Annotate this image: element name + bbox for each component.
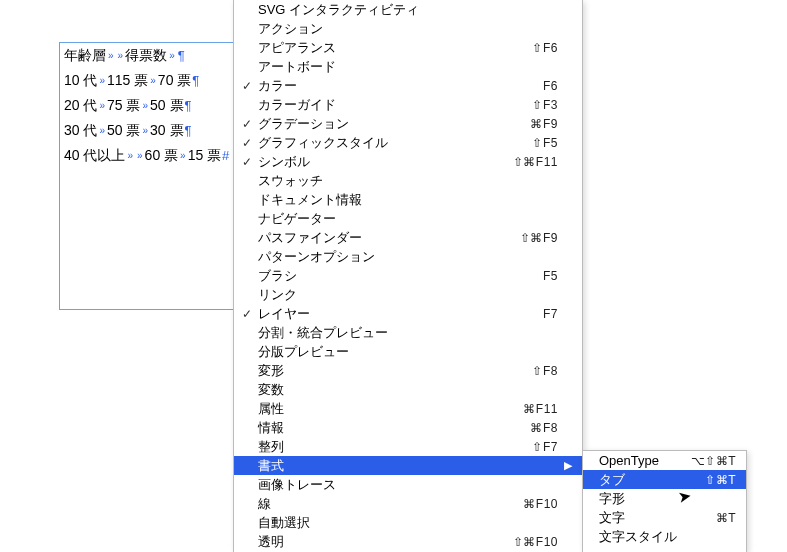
menu-item[interactable]: 書式▶ — [234, 456, 582, 475]
menu-item-label: タブ — [597, 471, 697, 489]
menu-item[interactable]: ブラシF5 — [234, 266, 582, 285]
text-cell: 年齢層 — [64, 47, 106, 65]
tab-mark-icon: » — [97, 100, 107, 111]
text-row: 40 代以上»»60 票»15 票# — [60, 143, 233, 168]
menu-item[interactable]: ✓グラフィックスタイル⇧F5 — [234, 133, 582, 152]
checkmark-icon: ✓ — [238, 117, 256, 131]
menu-item-label: カラーガイド — [256, 96, 524, 114]
menu-item[interactable]: OpenType⌥⇧⌘T — [583, 451, 746, 470]
menu-item-label: 変数 — [256, 381, 550, 399]
menu-item[interactable]: ドキュメント情報 — [234, 190, 582, 209]
tab-mark-icon: » — [141, 100, 151, 111]
text-cell: 15 票 — [188, 147, 221, 165]
checkmark-icon: ✓ — [238, 307, 256, 321]
menu-item[interactable]: アピアランス⇧F6 — [234, 38, 582, 57]
menu-item[interactable]: 自動選択 — [234, 513, 582, 532]
menu-item[interactable]: 変形⇧F8 — [234, 361, 582, 380]
text-frame[interactable]: 年齢層»»得票数»¶10 代»115 票»70 票¶20 代»75 票»50 票… — [59, 42, 234, 310]
menu-item[interactable]: 情報⌘F8 — [234, 418, 582, 437]
text-row: 10 代»115 票»70 票¶ — [60, 68, 233, 93]
tab-mark-icon: » — [97, 125, 107, 136]
menu-item[interactable]: 文字⌘T — [583, 508, 746, 527]
tab-mark-icon: » — [106, 50, 116, 61]
menu-item[interactable]: リンク — [234, 285, 582, 304]
tab-mark-icon: » — [141, 125, 151, 136]
menu-item[interactable]: 整列⇧F7 — [234, 437, 582, 456]
menu-item[interactable]: 透明⇧⌘F10 — [234, 532, 582, 551]
menu-item[interactable]: アクション — [234, 19, 582, 38]
text-cell: 50 票 — [150, 97, 183, 115]
menu-item-shortcut: F6 — [535, 79, 558, 93]
menu-item[interactable]: 分割・統合プレビュー — [234, 323, 582, 342]
menu-item-shortcut: ⇧F3 — [524, 98, 558, 112]
text-cell: 20 代 — [64, 97, 97, 115]
menu-item[interactable]: 変数 — [234, 380, 582, 399]
menu-item-label: 情報 — [256, 419, 522, 437]
menu-item[interactable]: ✓グラデーション⌘F9 — [234, 114, 582, 133]
menu-item-label: 自動選択 — [256, 514, 550, 532]
menu-item[interactable]: 分版プレビュー — [234, 342, 582, 361]
menu-item[interactable]: 画像トレース — [234, 475, 582, 494]
menu-item[interactable]: パスファインダー⇧⌘F9 — [234, 228, 582, 247]
checkmark-icon: ✓ — [238, 136, 256, 150]
menu-item[interactable]: パターンオプション — [234, 247, 582, 266]
menu-item-label: 変形 — [256, 362, 524, 380]
text-cell: 115 票 — [107, 72, 148, 90]
text-row: 20 代»75 票»50 票¶ — [60, 93, 233, 118]
menu-item[interactable]: アートボード — [234, 57, 582, 76]
menu-item[interactable]: カラーガイド⇧F3 — [234, 95, 582, 114]
menu-item-label: SVG インタラクティビティ — [256, 1, 550, 19]
window-menu: SVG インタラクティビティアクションアピアランス⇧F6アートボード✓カラーF6… — [233, 0, 583, 552]
menu-item-label: ブラシ — [256, 267, 535, 285]
checkmark-icon: ✓ — [238, 155, 256, 169]
checkmark-icon: ✓ — [238, 79, 256, 93]
type-submenu: OpenType⌥⇧⌘Tタブ⇧⌘T字形文字⌘T文字スタイル — [582, 450, 747, 552]
tab-mark-icon: » — [125, 150, 135, 161]
paragraph-mark-icon: ¶ — [191, 73, 199, 88]
menu-item-label: 属性 — [256, 400, 515, 418]
menu-item-shortcut: ⌘F8 — [522, 421, 558, 435]
text-cell: 70 票 — [158, 72, 191, 90]
menu-item-shortcut: ⇧F5 — [524, 136, 558, 150]
menu-item-shortcut: ⇧⌘F10 — [505, 535, 558, 549]
menu-item[interactable]: 属性⌘F11 — [234, 399, 582, 418]
menu-item[interactable]: 字形 — [583, 489, 746, 508]
submenu-arrow-icon: ▶ — [558, 459, 572, 472]
text-cell: 75 票 — [107, 97, 140, 115]
menu-item-label: アピアランス — [256, 39, 524, 57]
menu-item-shortcut: ⇧⌘F9 — [512, 231, 558, 245]
menu-item-label: 字形 — [597, 490, 728, 508]
menu-item-shortcut: F5 — [535, 269, 558, 283]
tab-mark-icon: » — [116, 50, 126, 61]
menu-item[interactable]: 線⌘F10 — [234, 494, 582, 513]
menu-item-label: 文字 — [597, 509, 708, 527]
menu-item-label: 透明 — [256, 533, 505, 551]
menu-item-label: グラデーション — [256, 115, 522, 133]
menu-item-label: 線 — [256, 495, 515, 513]
menu-item-shortcut: ⌘T — [708, 511, 736, 525]
menu-item[interactable]: ナビゲーター — [234, 209, 582, 228]
menu-item-label: レイヤー — [256, 305, 535, 323]
paragraph-mark-icon: ¶ — [184, 98, 192, 113]
menu-item[interactable]: ✓カラーF6 — [234, 76, 582, 95]
menu-item[interactable]: 文字スタイル — [583, 527, 746, 546]
menu-item-label: 分割・統合プレビュー — [256, 324, 550, 342]
text-row: 30 代»50 票»30 票¶ — [60, 118, 233, 143]
menu-item[interactable]: ✓レイヤーF7 — [234, 304, 582, 323]
menu-item[interactable]: タブ⇧⌘T — [583, 470, 746, 489]
menu-item-shortcut: F7 — [535, 307, 558, 321]
menu-item[interactable]: ✓シンボル⇧⌘F11 — [234, 152, 582, 171]
menu-item-shortcut: ⌘F10 — [515, 497, 558, 511]
paragraph-mark-icon: ¶ — [177, 48, 185, 63]
tab-mark-icon: » — [135, 150, 145, 161]
menu-item[interactable]: SVG インタラクティビティ — [234, 0, 582, 19]
paragraph-mark-icon: ¶ — [184, 123, 192, 138]
tab-mark-icon: » — [178, 150, 188, 161]
menu-item-label: 整列 — [256, 438, 524, 456]
menu-item[interactable]: スウォッチ — [234, 171, 582, 190]
menu-item-shortcut: ⇧⌘F11 — [505, 155, 558, 169]
menu-item-shortcut: ⇧⌘T — [697, 473, 736, 487]
text-cell: 30 代 — [64, 122, 97, 140]
tab-mark-icon: » — [97, 75, 107, 86]
menu-item-shortcut: ⇧F6 — [524, 41, 558, 55]
